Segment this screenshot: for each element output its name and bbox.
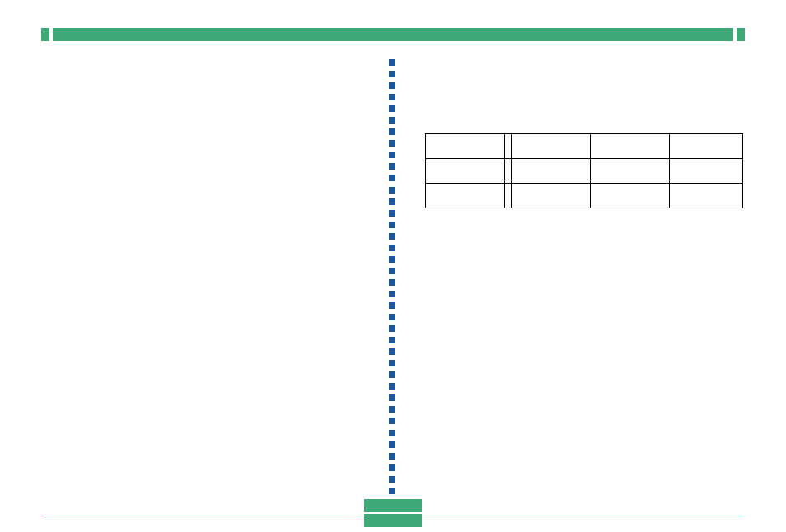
divider-dot <box>389 325 395 332</box>
divider-dot <box>389 314 395 320</box>
table-row <box>426 159 743 184</box>
divider-dot <box>389 59 395 66</box>
vertical-divider-dots <box>389 59 397 494</box>
data-table <box>425 133 743 208</box>
footer-badge <box>364 499 422 527</box>
divider-dot <box>389 128 395 135</box>
table-cell <box>591 159 670 184</box>
table-cell <box>511 159 590 184</box>
table-cell <box>426 134 505 159</box>
divider-dot <box>389 71 395 77</box>
table-cell <box>591 184 670 208</box>
header-cap-left <box>41 28 49 41</box>
divider-dot <box>389 348 395 355</box>
table-cell <box>426 184 505 208</box>
divider-dot <box>389 279 395 286</box>
divider-dot <box>389 337 395 343</box>
divider-dot <box>389 245 395 251</box>
divider-dot <box>389 430 395 436</box>
divider-dot <box>389 105 395 112</box>
table-cell <box>505 184 512 208</box>
divider-dot <box>389 406 395 413</box>
divider-dot <box>389 268 395 274</box>
divider-dot <box>389 256 395 263</box>
divider-dot <box>389 198 395 205</box>
table-row <box>426 134 743 159</box>
divider-dot <box>389 302 395 309</box>
divider-dot <box>389 222 395 228</box>
divider-dot <box>389 371 395 378</box>
table-cell <box>511 134 590 159</box>
divider-dot <box>389 464 395 471</box>
divider-dot <box>389 441 395 448</box>
header-cap-right <box>737 28 745 41</box>
divider-dot <box>389 163 395 170</box>
divider-dot <box>389 140 395 147</box>
divider-dot <box>389 175 395 181</box>
divider-dot <box>389 383 395 390</box>
divider-dot <box>389 94 395 100</box>
divider-dot <box>389 187 395 194</box>
table-cell <box>505 134 512 159</box>
divider-dot <box>389 291 395 297</box>
header-bar-mid <box>53 28 733 41</box>
divider-dot <box>389 82 395 89</box>
divider-dot <box>389 453 395 460</box>
table-cell <box>511 184 590 208</box>
divider-dot <box>389 233 395 240</box>
table-cell <box>670 184 743 208</box>
header-bar <box>41 28 745 41</box>
table-cell <box>505 159 512 184</box>
table-cell <box>670 134 743 159</box>
table-cell <box>426 159 505 184</box>
divider-dot <box>389 117 395 124</box>
table-row <box>426 184 743 208</box>
table-cell <box>670 159 743 184</box>
divider-dot <box>389 476 395 483</box>
divider-dot <box>389 394 395 401</box>
divider-dot <box>389 152 395 158</box>
divider-dot <box>389 210 395 217</box>
divider-dot <box>389 360 395 366</box>
divider-dot <box>389 418 395 424</box>
divider-dot <box>389 488 395 494</box>
table-cell <box>591 134 670 159</box>
